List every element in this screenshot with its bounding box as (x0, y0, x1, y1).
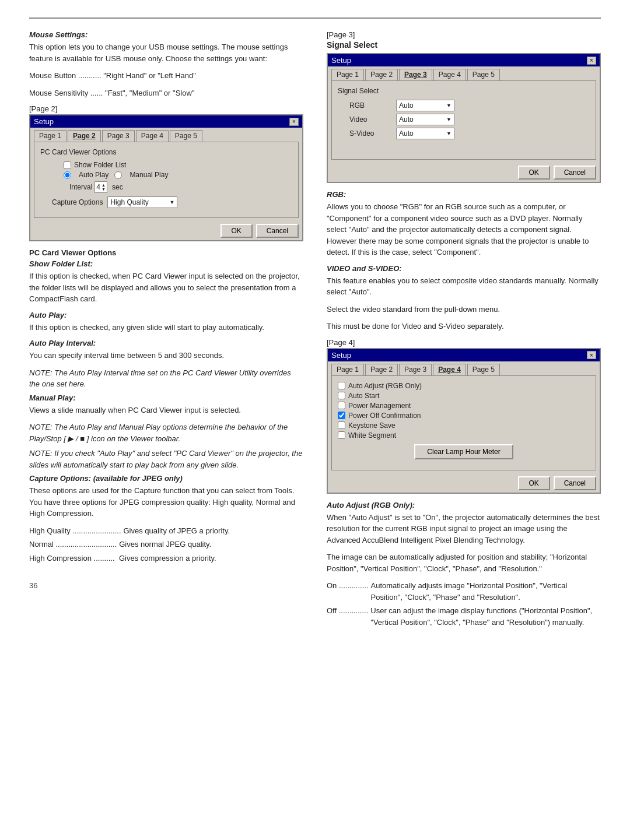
auto-adjust-checkbox[interactable] (338, 382, 345, 389)
capture-heading: Capture Options: (available for JPEG onl… (29, 474, 303, 483)
keystone-save-label: Keystone Save (348, 421, 396, 430)
video-svideo-heading: VIDEO and S-VIDEO: (327, 264, 601, 273)
tab-p1-p4dialog[interactable]: Page 1 (331, 364, 364, 375)
auto-adjust-row: Auto Adjust (RGB Only) (338, 382, 590, 390)
interval-value: 4 (96, 183, 100, 191)
dialog-footer-p2: OK Cancel (30, 222, 302, 240)
pc-card-heading: PC Card Viewer Options (29, 248, 303, 257)
show-folder-list-checkbox[interactable] (64, 161, 71, 169)
tab-p3-p2dialog[interactable]: Page 3 (102, 130, 135, 142)
cancel-button-p2[interactable]: Cancel (256, 224, 299, 238)
video-value: Auto (399, 115, 414, 124)
svideo-value: Auto (399, 129, 414, 138)
keystone-save-row: Keystone Save (338, 421, 590, 430)
ok-button-p3[interactable]: OK (518, 166, 550, 180)
capture-options-arrow: ▼ (169, 199, 174, 205)
play-mode-row: Auto Play Manual Play (64, 171, 292, 179)
svideo-signal-row: S-Video Auto ▼ (349, 128, 590, 139)
auto-play-heading: Auto Play: (29, 311, 303, 319)
dialog-content-p4: Auto Adjust (RGB Only) Auto Start Power … (331, 375, 596, 470)
power-off-confirmation-label: Power Off Confirmation (348, 412, 421, 420)
rgb-label: RGB (349, 101, 396, 110)
interval-up-arrow[interactable]: ▲ (102, 183, 106, 187)
interval-unit: sec (112, 183, 123, 191)
auto-adjust-label: Auto Adjust (RGB Only) (348, 382, 422, 390)
tab-p4-p2dialog[interactable]: Page 4 (136, 130, 169, 142)
auto-adjust-text1: When "Auto Adjust" is set to "On", the p… (327, 512, 601, 546)
tab-p4-p3dialog[interactable]: Page 4 (433, 69, 466, 80)
tab-p3-p4dialog[interactable]: Page 3 (399, 364, 432, 375)
signal-select-heading: Signal Select (327, 40, 601, 50)
dialog-title-bar-p2: Setup × (30, 115, 302, 128)
auto-start-checkbox[interactable] (338, 392, 345, 399)
power-management-checkbox[interactable] (338, 402, 345, 409)
auto-adjust-text2: The image can be automatically adjusted … (327, 551, 601, 574)
keystone-save-checkbox[interactable] (338, 421, 345, 429)
dialog-title-p2: Setup (34, 117, 54, 126)
ok-button-p2[interactable]: OK (220, 224, 253, 238)
quality-row-high-compression: High Compression .......... Gives compre… (29, 553, 303, 564)
tab-p2-p3dialog[interactable]: Page 2 (365, 69, 398, 80)
dialog-content-p2: PC Card Viewer Options Show Folder List … (34, 142, 299, 218)
setup-dialog-page4: Setup × Page 1 Page 2 Page 3 Page 4 Page… (327, 348, 601, 494)
quality-row-normal: Normal ............................. Giv… (29, 539, 303, 550)
dialog-footer-p3: OK Cancel (328, 163, 600, 182)
rgb-section-text: Allows you to choose "RGB" for an RGB so… (327, 201, 601, 258)
dialog-close-p2[interactable]: × (289, 118, 299, 126)
power-off-confirmation-checkbox[interactable] (338, 412, 345, 419)
manual-play-radio-label: Manual Play (130, 171, 168, 179)
tab-p4-p4dialog[interactable]: Page 4 (433, 364, 466, 375)
auto-play-interval-heading: Auto Play Interval: (29, 339, 303, 347)
show-folder-text: If this option is checked, when PC Card … (29, 270, 303, 305)
tab-p1-p3dialog[interactable]: Page 1 (331, 69, 364, 80)
auto-play-text: If this option is checked, any given sli… (29, 322, 303, 333)
svideo-label: S-Video (349, 129, 396, 138)
dialog-tabs-p4: Page 1 Page 2 Page 3 Page 4 Page 5 (328, 361, 600, 375)
white-segment-row: White Segment (338, 431, 590, 440)
cancel-button-p4[interactable]: Cancel (554, 476, 596, 490)
show-folder-heading: Show Folder List: (29, 259, 303, 268)
video-select[interactable]: Auto ▼ (396, 114, 454, 125)
page3-tag: [Page 3] (327, 30, 601, 39)
interval-down-arrow[interactable]: ▼ (102, 187, 106, 191)
tab-p5-p2dialog[interactable]: Page 5 (170, 130, 202, 142)
tab-p1-p2dialog[interactable]: Page 1 (34, 130, 66, 142)
auto-play-radio[interactable] (64, 171, 71, 179)
rgb-section-heading: RGB: (327, 190, 601, 199)
manual-play-radio[interactable] (114, 171, 122, 179)
page2-tag: [Page 2] (29, 104, 303, 113)
dialog-close-p3[interactable]: × (587, 57, 596, 65)
cancel-button-p3[interactable]: Cancel (554, 166, 596, 180)
rgb-value: Auto (399, 101, 414, 110)
dialog-content-p3: Signal Select RGB Auto ▼ Video Auto ▼ (331, 80, 596, 160)
mouse-settings-heading: Mouse Settings: (29, 30, 303, 39)
capture-text: These options are used for the Capture f… (29, 485, 303, 519)
tab-p5-p3dialog[interactable]: Page 5 (467, 69, 500, 80)
capture-options-select[interactable]: High Quality ▼ (107, 196, 177, 208)
power-off-confirmation-row: Power Off Confirmation (338, 412, 590, 420)
tab-p2-p2dialog[interactable]: Page 2 (68, 130, 101, 142)
rgb-signal-row: RGB Auto ▼ (349, 100, 590, 111)
tab-p5-p4dialog[interactable]: Page 5 (467, 364, 500, 375)
tab-p3-p3dialog[interactable]: Page 3 (399, 69, 432, 80)
video-arrow: ▼ (446, 117, 452, 122)
interval-label: Interval (69, 183, 92, 191)
video-svideo-text3: This must be done for Video and S-Video … (327, 321, 601, 332)
rgb-select[interactable]: Auto ▼ (396, 100, 454, 111)
white-segment-checkbox[interactable] (338, 431, 345, 439)
pc-card-viewer-options-label: PC Card Viewer Options (40, 148, 292, 156)
setup-dialog-page2: Setup × Page 1 Page 2 Page 3 Page 4 Page… (29, 114, 303, 241)
svideo-select[interactable]: Auto ▼ (396, 128, 454, 139)
manual-play-heading: Manual Play: (29, 393, 303, 402)
tab-p2-p4dialog[interactable]: Page 2 (365, 364, 398, 375)
dialog-close-p4[interactable]: × (587, 351, 596, 359)
signal-select-content-heading: Signal Select (338, 87, 590, 95)
quality-high-label: High Quality ....................... (29, 525, 121, 537)
ok-button-p4[interactable]: OK (518, 476, 550, 490)
page-number: 36 (29, 581, 303, 590)
clear-lamp-hour-meter-button[interactable]: Clear Lamp Hour Meter (414, 444, 513, 459)
capture-options-value: High Quality (110, 198, 148, 206)
quality-row-high: High Quality ....................... Giv… (29, 525, 303, 537)
auto-start-row: Auto Start (338, 392, 590, 400)
interval-spinner[interactable]: 4 ▲ ▼ (94, 181, 107, 193)
